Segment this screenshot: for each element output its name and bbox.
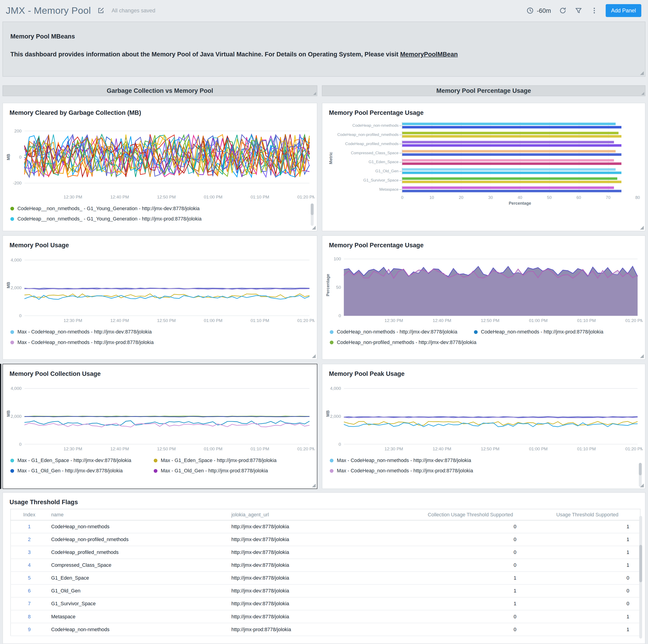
edit-icon[interactable] (97, 6, 105, 14)
bar[interactable] (402, 153, 622, 156)
bar-row[interactable]: Compressed_Class_Space (332, 148, 638, 157)
legend-label: CodeHeap_non-profiled_nmethods - http://… (337, 339, 476, 345)
svg-text:2,000: 2,000 (11, 285, 21, 290)
panel-title: Memory Pool Peak Usage (322, 364, 645, 380)
table-column-header[interactable]: Collection Usage Threshold Supported (406, 509, 535, 520)
svg-text:01:00 PM: 01:00 PM (204, 318, 222, 323)
table-cell: http://jmx-dev:8778/jolokia (228, 533, 406, 546)
legend-scrollbar[interactable] (311, 204, 314, 226)
table-column-header[interactable]: name (48, 509, 228, 520)
bar[interactable] (402, 150, 615, 152)
legend-swatch (154, 459, 157, 462)
table-cell: http://jmx-dev:8778/jolokia (228, 584, 406, 597)
table-cell: 0 (406, 559, 535, 572)
table-column-header[interactable]: Usage Threshold Supported (535, 509, 640, 520)
percentage-bar-chart[interactable]: MetricCodeHeap_non-nmethodsCodeHeap_non-… (332, 121, 638, 206)
refresh-icon[interactable] (558, 6, 566, 14)
bar[interactable] (402, 162, 622, 165)
table-cell: http://jmx-dev:8778/jolokia (228, 559, 406, 572)
panel-memory-cleared-by-gc: Memory Cleared by Garbage Collection (MB… (3, 103, 317, 231)
legend-swatch (10, 459, 14, 462)
bar-row[interactable]: Metaspace (332, 185, 638, 194)
bar[interactable] (402, 180, 622, 183)
bar[interactable] (402, 190, 622, 192)
svg-text:01:10 PM: 01:10 PM (577, 446, 596, 451)
usage-line-chart[interactable]: 4,0002,000012:30 PM12:40 PM12:50 PM01:00… (5, 251, 315, 325)
svg-text:12:30 PM: 12:30 PM (384, 446, 403, 451)
table-column-header[interactable]: Index (10, 509, 48, 520)
table-column-header[interactable]: jolokia_agent_url (228, 509, 406, 520)
peak-usage-line-chart[interactable]: 4,0002,000012:30 PM12:40 PM12:50 PM01:00… (325, 380, 643, 453)
kebab-menu-icon[interactable] (590, 6, 598, 14)
filter-icon[interactable] (574, 6, 583, 14)
gc-legend: CodeHeap__non_nmethods_ - G1_Young_Gener… (10, 206, 309, 222)
table-row: 7G1_Survivor_Spacehttp://jmx-dev:8778/jo… (10, 597, 640, 610)
add-panel-button[interactable]: Add Panel (606, 4, 641, 17)
text-panel-memory-pool-mbeans: Memory Pool MBeans This dashboard provid… (3, 21, 645, 76)
bar-track (402, 122, 638, 129)
legend-swatch (154, 469, 157, 473)
time-range-picker[interactable]: -60m (526, 6, 551, 14)
collection-usage-line-chart[interactable]: 4,0002,000012:30 PM12:40 PM12:50 PM01:00… (5, 380, 315, 453)
svg-text:12:40 PM: 12:40 PM (433, 446, 451, 451)
panel-usage-threshold-flags: Usage Threshold Flags Indexnamejolokia_a… (3, 492, 645, 644)
table-row: 9CodeHeap_non-nmethodshttp://jmx-prod:87… (10, 623, 640, 636)
bar[interactable] (402, 126, 622, 128)
svg-text:01:20 PM: 01:20 PM (625, 318, 643, 323)
bar-row[interactable]: CodeHeap_profiled_nmethods (332, 139, 638, 148)
legend-scrollbar[interactable] (639, 463, 642, 487)
bar[interactable] (402, 135, 622, 138)
bar-track (402, 131, 638, 138)
table-cell: 0 (406, 610, 535, 623)
bar-row[interactable]: CodeHeap_non-profiled_nmethods (332, 130, 638, 139)
bar-row[interactable]: G1_Eden_Space (332, 157, 638, 167)
bar[interactable] (402, 168, 615, 171)
bar[interactable] (402, 123, 615, 125)
legend-swatch (10, 217, 14, 220)
bar[interactable] (402, 186, 614, 189)
bar-row[interactable]: CodeHeap_non-nmethods (332, 121, 638, 130)
table-cell: 8 (10, 610, 48, 623)
bar[interactable] (402, 141, 614, 144)
table-cell: G1_Survivor_Space (48, 597, 228, 610)
legend-swatch (330, 469, 333, 473)
bar[interactable] (402, 172, 622, 174)
percentage-area-chart[interactable]: 10050012:30 PM12:40 PM12:50 PM01:00 PM01… (325, 251, 643, 325)
panel-title: Usage Threshold Flags (3, 493, 645, 508)
table-cell: 0 (406, 533, 535, 546)
bar[interactable] (402, 177, 617, 180)
table-cell: http://jmx-dev:8778/jolokia (228, 520, 406, 533)
bar-category-label: G1_Old_Gen (332, 169, 402, 173)
legend-label: Max - CodeHeap_non-nmethods - http://jmx… (17, 329, 152, 335)
bar[interactable] (402, 159, 614, 162)
legend-label: Max - G1_Eden_Space - http://jmx-dev:877… (17, 458, 131, 463)
legend-item: CodeHeap__non_nmethods_ - G1_Young_Gener… (10, 216, 309, 222)
bar[interactable] (402, 132, 619, 134)
legend-swatch (10, 330, 14, 334)
legend-label: CodeHeap_non-nmethods - http://jmx-dev:8… (337, 329, 457, 335)
legend-item: Max - G1_Old_Gen - http://jmx-prod:8778/… (154, 468, 310, 474)
section-header-memory-pool-percentage[interactable]: Memory Pool Percentage Usage (322, 85, 645, 96)
svg-text:01:20 PM: 01:20 PM (297, 195, 314, 199)
section-header-garbage-collection[interactable]: Garbage Collection vs Memory Pool (3, 85, 317, 96)
table-cell: CodeHeap_non-nmethods (48, 520, 228, 533)
collection-usage-legend: Max - G1_Eden_Space - http://jmx-dev:877… (10, 458, 309, 474)
table-cell: 0 (406, 520, 535, 533)
svg-text:4,000: 4,000 (11, 258, 21, 262)
panel-title: Memory Pool Usage (3, 236, 317, 251)
table-scrollbar[interactable] (639, 516, 642, 639)
table-cell: 1 (535, 559, 640, 572)
legend-item: CodeHeap_non-profiled_nmethods - http://… (330, 339, 476, 345)
svg-text:Percentage: Percentage (326, 274, 330, 296)
memorypoolmbean-link[interactable]: MemoryPoolMBean (400, 51, 458, 58)
bar-row[interactable]: G1_Old_Gen (332, 167, 638, 176)
panel-memory-pool-collection-usage: Memory Pool Collection Usage 4,0002,0000… (3, 364, 317, 489)
intro-heading: Memory Pool MBeans (3, 22, 645, 40)
legend-swatch (10, 340, 14, 344)
table-cell: CodeHeap_profiled_nmethods (48, 546, 228, 559)
gc-line-chart[interactable]: 2000-20012:30 PM12:40 PM12:50 PM01:00 PM… (5, 118, 315, 202)
chart-svg: 4,0002,000012:30 PM12:40 PM12:50 PM01:00… (325, 380, 643, 453)
panel-selection-edge-marker (0, 364, 1, 489)
bar[interactable] (402, 144, 622, 147)
bar-row[interactable]: G1_Survivor_Space (332, 176, 638, 185)
